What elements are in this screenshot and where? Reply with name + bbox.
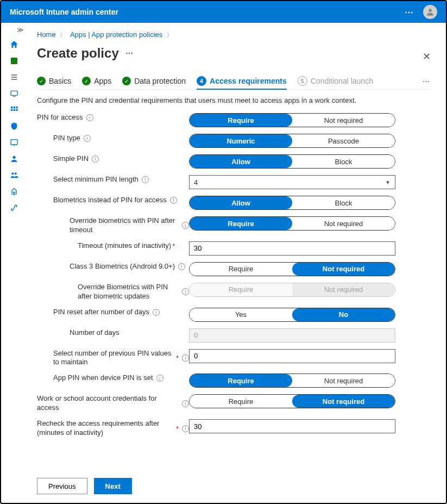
previous-button[interactable]: Previous <box>37 478 87 494</box>
opt-yes[interactable]: Yes <box>190 308 292 321</box>
input-recheck[interactable] <box>189 419 395 433</box>
groups-icon[interactable] <box>9 170 20 181</box>
security-icon[interactable] <box>9 121 20 132</box>
svg-rect-1 <box>11 58 17 64</box>
top-bar: Microsoft Intune admin center ⋯ <box>1 1 446 23</box>
wizard-step-access-requirements[interactable]: 4 Access requirements <box>197 76 287 90</box>
check-icon: ✓ <box>37 77 46 85</box>
opt-allow[interactable]: Allow <box>190 155 292 168</box>
input-timeout[interactable] <box>189 241 395 256</box>
opt-not-required[interactable]: Not required <box>292 217 395 230</box>
wizard-step-basics[interactable]: ✓ Basics <box>37 77 71 85</box>
toggle-biometrics[interactable]: Allow Block <box>189 196 395 210</box>
opt-not-required[interactable]: Not required <box>292 395 395 408</box>
svg-rect-10 <box>11 109 12 111</box>
svg-point-0 <box>429 9 432 12</box>
toggle-pin-reset[interactable]: Yes No <box>189 308 395 322</box>
next-button[interactable]: Next <box>94 478 132 494</box>
check-icon: ✓ <box>82 77 91 85</box>
tenant-icon[interactable] <box>9 186 20 197</box>
label-work-creds: Work or school account credentials for a… <box>37 394 179 413</box>
info-icon[interactable]: i <box>182 222 189 229</box>
info-icon[interactable]: i <box>86 114 93 121</box>
select-min-length[interactable]: 4 ▼ <box>189 175 395 189</box>
opt-not-required: Not required <box>292 283 395 296</box>
home-icon[interactable] <box>9 39 20 50</box>
opt-passcode[interactable]: Passcode <box>292 134 395 147</box>
toggle-work-creds[interactable]: Require Not required <box>189 394 395 408</box>
required-marker: * <box>176 425 179 433</box>
breadcrumb-home[interactable]: Home <box>37 30 56 39</box>
svg-rect-12 <box>16 109 17 111</box>
opt-require[interactable]: Require <box>190 114 292 127</box>
list-icon[interactable] <box>9 72 20 83</box>
opt-no[interactable]: No <box>292 308 395 321</box>
reports-icon[interactable] <box>9 137 20 148</box>
wizard-step-apps[interactable]: ✓ Apps <box>82 77 111 85</box>
svg-rect-9 <box>16 107 17 108</box>
info-icon[interactable]: i <box>178 263 185 270</box>
toggle-override-timeout[interactable]: Require Not required <box>189 216 395 231</box>
chevron-down-icon: ▼ <box>385 179 391 185</box>
devices-icon[interactable] <box>9 88 20 99</box>
required-marker: * <box>176 354 179 362</box>
wizard-step-conditional-launch[interactable]: 5 Conditional launch <box>298 76 373 86</box>
label-min-length: Select minimum PIN length <box>53 175 138 184</box>
opt-block[interactable]: Block <box>292 155 395 168</box>
info-icon[interactable]: i <box>92 155 99 163</box>
opt-require: Require <box>190 283 292 296</box>
wizard-more-icon[interactable]: ⋯ <box>423 77 431 85</box>
sidebar: ≫ <box>1 23 27 503</box>
chevron-right-icon: 〉 <box>58 32 68 38</box>
close-icon[interactable]: ✕ <box>423 51 431 63</box>
info-icon[interactable]: i <box>142 176 149 183</box>
main-content: Home 〉 Apps | App protection policies 〉 … <box>27 23 446 503</box>
svg-point-17 <box>15 172 17 175</box>
opt-not-required[interactable]: Not required <box>292 114 395 127</box>
troubleshoot-icon[interactable] <box>9 202 20 213</box>
avatar-icon[interactable] <box>423 5 437 19</box>
opt-numeric[interactable]: Numeric <box>190 134 292 147</box>
svg-rect-11 <box>14 109 15 111</box>
label-pin-access: PIN for access <box>37 113 83 122</box>
wizard-steps: ✓ Basics ✓ Apps ✓ Data protection 4 Acce… <box>37 76 431 90</box>
dashboard-icon[interactable] <box>9 55 20 66</box>
info-icon[interactable]: i <box>84 135 91 142</box>
info-icon[interactable]: i <box>182 400 189 407</box>
toggle-pin-type[interactable]: Numeric Passcode <box>189 134 395 148</box>
info-icon[interactable]: i <box>170 197 177 204</box>
opt-not-required[interactable]: Not required <box>292 263 395 276</box>
page-title: Create policy ⋯ <box>37 46 134 61</box>
svg-rect-7 <box>11 107 12 108</box>
svg-rect-5 <box>11 91 17 95</box>
svg-point-16 <box>11 172 14 175</box>
opt-require[interactable]: Require <box>190 263 292 276</box>
label-timeout: Timeout (minutes of inactivity) <box>78 241 171 251</box>
svg-point-15 <box>12 156 15 159</box>
opt-require[interactable]: Require <box>190 217 292 230</box>
info-icon[interactable]: i <box>156 375 163 382</box>
users-icon[interactable] <box>9 153 20 164</box>
toggle-app-pin[interactable]: Require Not required <box>189 374 395 388</box>
apps-icon[interactable] <box>9 104 20 115</box>
toggle-simple-pin[interactable]: Allow Block <box>189 154 395 169</box>
opt-allow[interactable]: Allow <box>190 196 292 209</box>
input-prev-values[interactable] <box>189 349 395 363</box>
opt-block[interactable]: Block <box>292 196 395 209</box>
info-icon[interactable]: i <box>153 309 160 316</box>
toggle-class3[interactable]: Require Not required <box>189 262 395 276</box>
wizard-step-data-protection[interactable]: ✓ Data protection <box>122 77 186 85</box>
breadcrumb-apps[interactable]: Apps | App protection policies <box>70 30 162 39</box>
toggle-pin-access[interactable]: Require Not required <box>189 113 395 127</box>
opt-not-required[interactable]: Not required <box>292 374 395 387</box>
breadcrumb: Home 〉 Apps | App protection policies 〉 <box>37 28 431 43</box>
page-more-icon[interactable]: ⋯ <box>125 49 134 58</box>
opt-require[interactable]: Require <box>190 395 292 408</box>
svg-rect-8 <box>14 107 15 108</box>
topbar-more-icon[interactable]: ⋯ <box>405 7 414 17</box>
opt-require[interactable]: Require <box>190 374 292 387</box>
info-icon[interactable]: i <box>182 354 189 362</box>
collapse-sidebar-icon[interactable]: ≫ <box>17 26 24 34</box>
info-icon[interactable]: i <box>182 425 189 432</box>
info-icon[interactable]: i <box>182 288 189 295</box>
